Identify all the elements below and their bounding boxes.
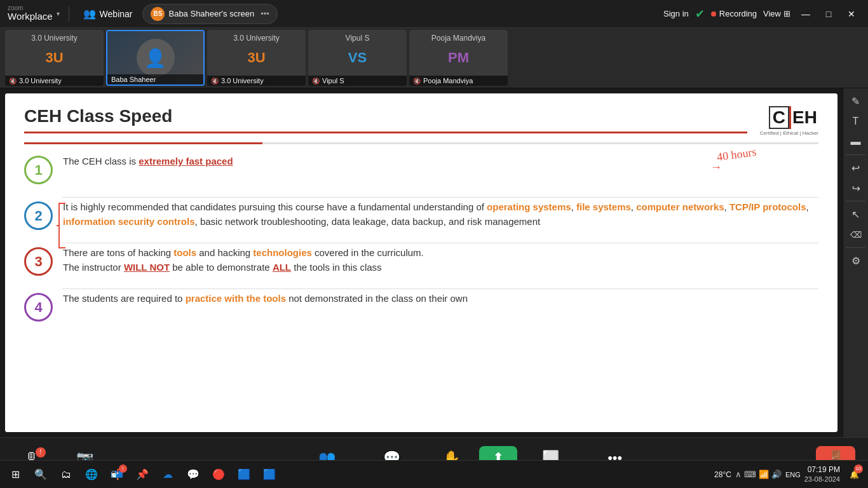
participant-name: 3.0 University (221, 77, 264, 85)
people-icon: 👥 (83, 8, 96, 20)
participant-card[interactable]: 3U 🔇 3.0 University 3.0 University (207, 30, 306, 86)
screen-share-pill[interactable]: BS Baba Shaheer's screen ••• (142, 4, 277, 24)
zoom-workplace-logo: zoom Workplace ▾ (8, 5, 60, 22)
h-practice: practice with the tools (186, 293, 286, 304)
participant-card-active[interactable]: 👤 Baba Shaheer (106, 30, 205, 86)
time-display: 07:19 PM (804, 465, 840, 475)
notification-badge: 10 (854, 464, 863, 473)
window-controls: — □ ✕ (797, 5, 860, 23)
ceh-tagline: Certified | Ethical | Hacker (760, 130, 818, 136)
participant-label: Pooja Mandviya (409, 34, 508, 43)
task-view-button[interactable]: 🗂 (55, 463, 78, 486)
view-label: View (763, 9, 781, 18)
mute-icon: 🔇 (413, 78, 421, 85)
view-button[interactable]: View ⊞ (763, 9, 790, 18)
ceh-logo: C EH (769, 106, 818, 129)
participant-label: 3.0 University (5, 34, 104, 43)
taskbar-left: ⊞ 🔍 🗂 🌐 📬 ! 📌 ☁ 💬 🔴 🟦 🟦 (4, 463, 281, 486)
main-content: CEH Class Speed C EH Certified | Ethical… (0, 88, 868, 437)
slide-item-3: 3 There are tons of hacking tools and ha… (24, 246, 818, 276)
participant-name-bar: 🔇 Vipul S (308, 76, 407, 86)
h-tcpip: TCP/IP protocols (729, 201, 806, 212)
top-bar-right: Sign in ✔ Recording View ⊞ — □ ✕ (663, 5, 860, 23)
participant-name: Pooja Mandviya (423, 77, 473, 85)
notification-button[interactable]: 🔔 10 (844, 463, 864, 486)
shield-icon: ✔ (695, 7, 705, 21)
language-indicator: ENG (785, 471, 801, 478)
maximize-button[interactable]: □ (820, 5, 837, 23)
chrome-button[interactable]: 🔴 (207, 463, 230, 486)
start-button[interactable]: ⊞ (4, 463, 27, 486)
slide-item-4: 4 The students are required to practice … (24, 292, 818, 322)
item-divider-1 (62, 197, 818, 198)
whatsapp-button[interactable]: 💬 (182, 463, 205, 486)
settings-tool-button[interactable]: ⚙ (846, 252, 865, 269)
taskbar: ⊞ 🔍 🗂 🌐 📬 ! 📌 ☁ 💬 🔴 🟦 🟦 28°C ∧ ⌨ 📶 🔊 ENG… (0, 460, 868, 488)
workplace-label: Workplace (8, 11, 53, 22)
onedrive-button[interactable]: ☁ (156, 463, 179, 486)
zoom-taskbar-2[interactable]: 🟦 (258, 463, 281, 486)
webinar-button[interactable]: 👥 Webinar (78, 5, 138, 22)
h-all: ALL (273, 262, 291, 273)
recording-indicator: Recording (711, 9, 757, 18)
slide-item-text-3: There are tons of hacking tools and hack… (63, 246, 818, 274)
participant-label: Vipul S (308, 34, 407, 43)
slide-item-2: 2 It is highly recommended that candidat… (24, 200, 818, 230)
zoom-taskbar-1[interactable]: 🟦 (233, 463, 255, 486)
view-icon: ⊞ (783, 9, 790, 18)
edge-button[interactable]: 🌐 (80, 463, 103, 486)
workplace-dropdown-arrow[interactable]: ▾ (57, 10, 60, 17)
taskbar-right: 28°C ∧ ⌨ 📶 🔊 ENG 07:19 PM 23-08-2024 🔔 1… (714, 463, 864, 486)
item-divider-3 (62, 288, 818, 289)
network-icon: 📶 (759, 470, 769, 479)
participant-card[interactable]: 3U 🔇 3.0 University 3.0 University (5, 30, 104, 86)
tool-separator-2 (846, 201, 865, 201)
participant-name-bar: 🔇 3.0 University (207, 76, 306, 86)
bs-avatar: BS (151, 7, 165, 21)
participant-name-bar: 🔇 3.0 University (5, 76, 104, 86)
text-tool-button[interactable]: T (846, 112, 865, 130)
expand-sys-icon[interactable]: ∧ (735, 470, 742, 479)
mail-button[interactable]: 📬 ! (105, 463, 128, 486)
undo-button[interactable]: ↩ (846, 159, 865, 177)
slide-area: CEH Class Speed C EH Certified | Ethical… (5, 93, 837, 432)
shape-tool-button[interactable]: ▬ (846, 133, 865, 151)
annotation-hours: 40 hours (716, 146, 757, 164)
close-button[interactable]: ✕ (843, 5, 860, 23)
h-os: operating systems (487, 201, 571, 212)
webinar-label: Webinar (100, 9, 133, 19)
pen-tool-button[interactable]: ✎ (846, 92, 865, 110)
sign-in-button[interactable]: Sign in (663, 9, 689, 18)
cursor-tool-button[interactable]: ↖ (846, 205, 865, 223)
participant-label: 3.0 University (207, 34, 306, 43)
item-number-4: 4 (24, 293, 53, 322)
webinar-taskbar-button[interactable]: 📌 (131, 463, 154, 486)
participant-card[interactable]: PM 🔇 Pooja Mandviya Pooja Mandviya (409, 30, 508, 86)
tool-separator-3 (846, 247, 865, 248)
search-button[interactable]: 🔍 (29, 463, 52, 486)
mute-icon: 🔇 (312, 78, 320, 85)
slide-item-text-4: The students are required to practice wi… (63, 292, 818, 306)
item-divider-2 (62, 243, 818, 243)
slide-item-1: 1 The CEH class is extremely fast paced … (24, 154, 818, 184)
mute-icon: 🔇 (211, 78, 219, 85)
slide-title: CEH Class Speed (24, 106, 747, 133)
more-options-icon[interactable]: ••• (261, 9, 269, 18)
slide-content: CEH Class Speed C EH Certified | Ethical… (5, 93, 837, 432)
volume-icon[interactable]: 🔊 (771, 470, 782, 479)
participant-card[interactable]: VS 🔇 Vipul S Vipul S (308, 30, 407, 86)
slide-toolbar: ✎ T ▬ ↩ ↩ ↖ ⌫ ⚙ (843, 88, 868, 437)
participant-name: Baba Shaheer (111, 76, 156, 83)
temperature: 28°C (714, 470, 731, 479)
clock: 07:19 PM 23-08-2024 (804, 465, 840, 484)
eraser-button[interactable]: ⌫ (846, 226, 865, 243)
highlight-fast-paced: extremely fast paced (139, 156, 233, 166)
top-bar-left: zoom Workplace ▾ 👥 Webinar BS Baba Shahe… (8, 4, 278, 24)
participant-name: Vipul S (322, 77, 344, 85)
redo-button[interactable]: ↩ (846, 179, 865, 197)
minimize-button[interactable]: — (797, 5, 815, 23)
participants-strip: 3U 🔇 3.0 University 3.0 University 👤 Bab… (0, 28, 868, 88)
h-isc: information security controls (63, 216, 195, 227)
tool-separator (846, 154, 865, 155)
slide-divider (24, 142, 818, 144)
